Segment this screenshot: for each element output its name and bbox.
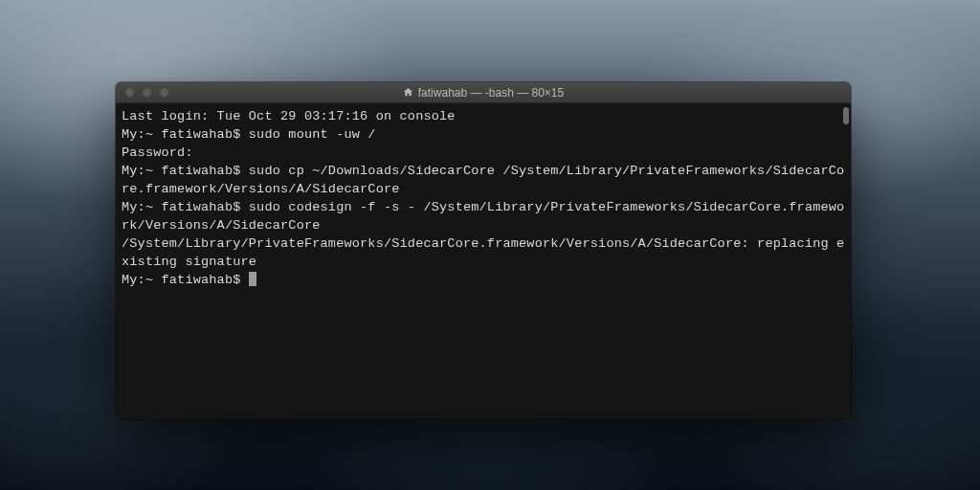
minimize-button[interactable] <box>142 87 152 98</box>
terminal-line: /System/Library/PrivateFrameworks/Sideca… <box>122 234 845 271</box>
terminal-line: Last login: Tue Oct 29 03:17:16 on conso… <box>122 107 845 125</box>
terminal-line: Password: <box>122 144 845 162</box>
terminal-body[interactable]: Last login: Tue Oct 29 03:17:16 on conso… <box>116 103 851 419</box>
terminal-window[interactable]: fatiwahab — -bash — 80×15 Last login: Tu… <box>116 82 851 419</box>
terminal-prompt: My:~ fatiwahab$ <box>122 273 249 287</box>
window-controls <box>116 87 169 98</box>
window-title: fatiwahab — -bash — 80×15 <box>116 86 851 100</box>
window-titlebar[interactable]: fatiwahab — -bash — 80×15 <box>116 82 851 103</box>
scrollbar-thumb[interactable] <box>843 107 849 124</box>
cursor <box>249 272 256 286</box>
window-title-text: fatiwahab — -bash — 80×15 <box>418 86 564 100</box>
terminal-line: My:~ fatiwahab$ sudo cp ~/Downloads/Side… <box>122 162 845 198</box>
terminal-line: My:~ fatiwahab$ sudo mount -uw / <box>122 125 845 144</box>
terminal-prompt-line: My:~ fatiwahab$ <box>122 271 845 289</box>
home-icon <box>403 87 413 98</box>
terminal-line: My:~ fatiwahab$ sudo codesign -f -s - /S… <box>122 198 845 234</box>
zoom-button[interactable] <box>159 87 169 98</box>
close-button[interactable] <box>124 87 135 98</box>
